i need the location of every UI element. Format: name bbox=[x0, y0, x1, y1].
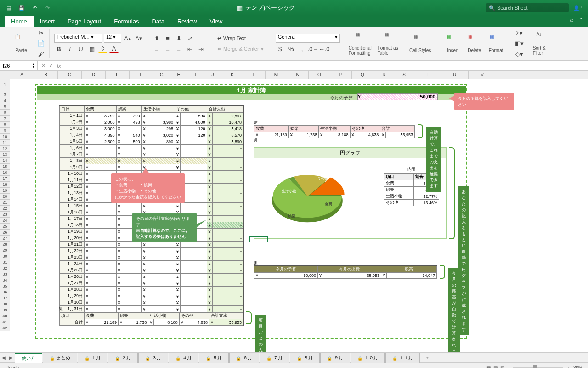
orientation-icon[interactable]: ⤢ bbox=[185, 34, 194, 43]
col-header-U[interactable]: U bbox=[441, 71, 469, 79]
undo-icon[interactable]: ↶ bbox=[30, 4, 39, 12]
col-header-R[interactable]: R bbox=[373, 71, 395, 79]
row-header-25[interactable]: 25 bbox=[0, 224, 10, 230]
col-header-O[interactable]: O bbox=[309, 71, 330, 79]
tab-view[interactable]: View bbox=[204, 16, 229, 27]
format-painter-icon[interactable]: 🖌 bbox=[36, 50, 45, 59]
col-header-V[interactable]: V bbox=[469, 71, 496, 79]
row-header-6[interactable]: 6 bbox=[0, 110, 10, 116]
search-input[interactable]: 🔍Search Sheet bbox=[486, 3, 569, 12]
decrease-font-icon[interactable]: A▾ bbox=[134, 34, 143, 43]
row-header-41[interactable]: 41 bbox=[0, 319, 10, 325]
sheet-tab-5[interactable]: ４月 bbox=[169, 353, 198, 363]
col-header-Q[interactable]: Q bbox=[352, 71, 373, 79]
copy-icon[interactable]: 📄 bbox=[36, 39, 45, 48]
zoom-value[interactable]: 80% bbox=[573, 365, 582, 368]
page-break-view-icon[interactable]: ▥ bbox=[500, 365, 504, 368]
underline-button[interactable]: U bbox=[76, 44, 85, 53]
save-icon[interactable]: 💾 bbox=[17, 4, 26, 12]
currency-icon[interactable]: $ bbox=[276, 44, 285, 53]
row-header-33[interactable]: 33 bbox=[0, 271, 10, 277]
indent-dec-icon[interactable]: ⇤ bbox=[185, 44, 194, 53]
row-header-36[interactable]: 36 bbox=[0, 289, 10, 295]
sheet-tab-2[interactable]: １月 bbox=[78, 353, 107, 363]
row-header-9[interactable]: 9 bbox=[0, 128, 10, 134]
sheet-tab-1[interactable]: まとめ bbox=[43, 353, 77, 363]
col-header-K[interactable]: K bbox=[221, 71, 243, 79]
col-header-A[interactable]: A bbox=[10, 71, 34, 79]
row-header-20[interactable]: 20 bbox=[0, 194, 10, 200]
row-header-23[interactable]: 23 bbox=[0, 212, 10, 218]
col-header-E[interactable]: E bbox=[106, 71, 130, 79]
col-header-T[interactable]: T bbox=[413, 71, 441, 79]
percent-icon[interactable]: % bbox=[287, 44, 296, 53]
row-header-24[interactable]: 24 bbox=[0, 218, 10, 224]
align-center-icon[interactable]: ≡ bbox=[163, 44, 172, 53]
row-header-12[interactable]: 12 bbox=[0, 146, 10, 152]
indent-inc-icon[interactable]: ⇥ bbox=[196, 44, 205, 53]
number-format-select[interactable]: General ▾ bbox=[276, 34, 340, 43]
row-header-32[interactable]: 32 bbox=[0, 265, 10, 271]
align-bottom-icon[interactable]: ⬇ bbox=[174, 34, 183, 43]
row-header-34[interactable]: 34 bbox=[0, 277, 10, 283]
conditional-formatting-button[interactable]: ▦Conditional Formatting bbox=[349, 32, 376, 56]
normal-view-icon[interactable]: ▦ bbox=[486, 365, 491, 368]
row-header-3[interactable]: 3 bbox=[0, 92, 10, 98]
col-header-M[interactable]: M bbox=[266, 71, 287, 79]
col-header-S[interactable]: S bbox=[395, 71, 413, 79]
row-header-38[interactable]: 38 bbox=[0, 301, 10, 307]
page-layout-view-icon[interactable]: ▤ bbox=[493, 365, 498, 368]
font-size-select[interactable]: 12 ▾ bbox=[104, 34, 121, 43]
col-header-D[interactable]: D bbox=[82, 71, 106, 79]
name-box[interactable]: I26▴▾ bbox=[0, 61, 38, 70]
format-cells-button[interactable]: ▦Format bbox=[486, 34, 506, 53]
row-header-28[interactable]: 28 bbox=[0, 242, 10, 247]
col-header-L[interactable]: L bbox=[243, 71, 266, 79]
row-header-13[interactable]: 13 bbox=[0, 152, 10, 158]
sheet-tab-11[interactable]: １０月 bbox=[351, 353, 385, 363]
expense-table[interactable]: 日付食費娯楽生活小物その他合計支出1月1日¥8,799¥200¥-¥598¥9,… bbox=[59, 105, 244, 313]
cell-styles-button[interactable]: ▦Cell Styles bbox=[407, 34, 434, 53]
row-header-18[interactable]: 18 bbox=[0, 182, 10, 188]
font-select[interactable]: Trebuchet M… ▾ bbox=[54, 34, 102, 43]
col-header-F[interactable]: F bbox=[130, 71, 153, 79]
share-icon[interactable]: 👤⁺ bbox=[573, 5, 582, 11]
col-header-I[interactable]: I bbox=[187, 71, 204, 79]
comma-icon[interactable]: , bbox=[298, 44, 307, 53]
sheet-tab-4[interactable]: ３月 bbox=[138, 353, 168, 363]
tab-data[interactable]: Data bbox=[145, 16, 170, 27]
smiley-icon[interactable]: ☺ bbox=[569, 17, 574, 23]
row-header-8[interactable]: 8 bbox=[0, 122, 10, 128]
sort-filter-button[interactable]: A↓Sort & Filter bbox=[533, 32, 553, 56]
dec-decimal-icon[interactable]: ←.0 bbox=[320, 44, 329, 53]
sheet-tab-0[interactable]: 使い方 bbox=[15, 353, 42, 363]
row-header-37[interactable]: 37 bbox=[0, 295, 10, 301]
increase-font-icon[interactable]: A▴ bbox=[123, 34, 132, 43]
col-header-C[interactable]: C bbox=[58, 71, 82, 79]
row-header-22[interactable]: 22 bbox=[0, 206, 10, 212]
tab-insert[interactable]: Insert bbox=[34, 16, 62, 27]
collapse-ribbon-icon[interactable]: ˄ bbox=[580, 17, 582, 23]
font-color-button[interactable]: A bbox=[109, 44, 119, 53]
col-header-N[interactable]: N bbox=[287, 71, 309, 79]
row-header-35[interactable]: 35 bbox=[0, 283, 10, 289]
sheet-tab-8[interactable]: ７月 bbox=[260, 353, 289, 363]
paste-button[interactable]: 📋Paste bbox=[7, 34, 35, 53]
align-right-icon[interactable]: ≡ bbox=[174, 44, 183, 53]
row-header-7[interactable]: 7 bbox=[0, 116, 10, 122]
cancel-icon[interactable]: ✕ bbox=[41, 63, 45, 69]
italic-button[interactable]: I bbox=[65, 44, 74, 53]
sheet-tab-7[interactable]: ６月 bbox=[229, 353, 259, 363]
row-header-17[interactable]: 17 bbox=[0, 176, 10, 182]
align-top-icon[interactable]: ⬆ bbox=[152, 34, 161, 43]
align-left-icon[interactable]: ≡ bbox=[152, 44, 161, 53]
sheet-tab-9[interactable]: ８月 bbox=[290, 353, 320, 363]
row-header-27[interactable]: 27 bbox=[0, 236, 10, 242]
border-button[interactable]: ▦ bbox=[87, 44, 96, 53]
row-header-29[interactable]: 29 bbox=[0, 247, 10, 253]
wrap-text-button[interactable]: ↩ Wrap Text bbox=[214, 34, 249, 43]
col-header-G[interactable]: G bbox=[153, 71, 170, 79]
sheet-tab-12[interactable]: １１月 bbox=[385, 353, 420, 363]
add-sheet-button[interactable]: ＋ bbox=[420, 355, 434, 361]
tab-home[interactable]: Home bbox=[5, 16, 34, 27]
